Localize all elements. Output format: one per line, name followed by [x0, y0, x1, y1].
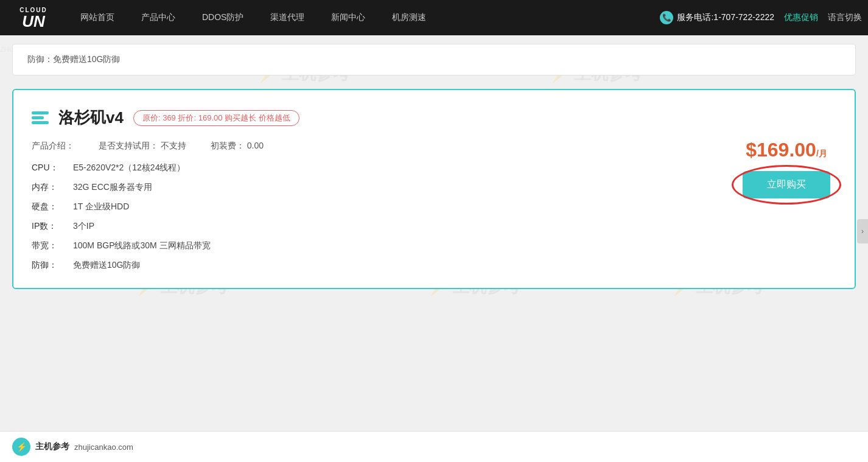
spec-def-value: 免费赠送10G防御 — [73, 260, 140, 271]
card-title: 洛杉矶v4 — [58, 107, 124, 128]
nav-reseller[interactable]: 渠道代理 — [257, 12, 318, 23]
intro-label: 产品介绍： — [32, 141, 74, 152]
price-display: $169.00/月 — [746, 139, 827, 161]
spec-ip-label: IP数： — [32, 221, 68, 232]
page-content: ⚡ 主机参考 ZHUJICANKAO.COM ⚡ 主机参考 ZHUJICANKA… — [0, 44, 868, 301]
phone-number: 服务电话:1-707-722-2222 — [677, 12, 774, 23]
nav-ddos[interactable]: DDOS防护 — [189, 12, 257, 23]
spec-cpu-value: E5-2620V2*2（12核24线程） — [73, 163, 185, 173]
icon-bar-2 — [32, 116, 44, 119]
nav-home[interactable]: 网站首页 — [67, 12, 128, 23]
icon-bar-1 — [32, 111, 49, 114]
card-top-defense: 防御：免费赠送10G防御 — [27, 54, 841, 65]
card-top: 防御：免费赠送10G防御 — [12, 44, 856, 75]
trial-value: 不支持 — [161, 141, 186, 150]
card-specs: CPU： E5-2620V2*2（12核24线程） 内存： 32G ECC服务器… — [32, 163, 836, 271]
price-value: $169.00 — [746, 139, 816, 161]
trial-section: 是否支持试用： 不支持 — [99, 141, 186, 152]
spec-cpu: CPU： E5-2620V2*2（12核24线程） — [32, 163, 836, 173]
scroll-right-indicator[interactable]: › — [857, 219, 868, 243]
spec-disk: 硬盘： 1T 企业级HDD — [32, 201, 836, 212]
spec-bandwidth: 带宽： 100M BGP线路或30M 三网精品带宽 — [32, 240, 836, 251]
card-main: 洛杉矶v4 原价: 369 折价: 169.00 购买越长 价格越低 产品介绍：… — [12, 89, 856, 289]
nav-lang[interactable]: 语言切换 — [828, 12, 862, 23]
setup-label: 初装费： — [211, 141, 245, 150]
spec-def-label: 防御： — [32, 260, 68, 271]
setup-value: 0.00 — [247, 141, 264, 150]
price-display-container: $169.00/月 — [746, 139, 827, 161]
nav-phone: 📞 服务电话:1-707-722-2222 — [660, 11, 774, 24]
card-header: 洛杉矶v4 原价: 369 折价: 169.00 购买越长 价格越低 — [32, 107, 836, 128]
price-badge: 原价: 369 折价: 169.00 购买越长 价格越低 — [133, 110, 299, 126]
nav-links: 网站首页 产品中心 DDOS防护 渠道代理 新闻中心 机房测速 — [67, 12, 660, 23]
spec-cpu-label: CPU： — [32, 163, 68, 173]
spec-bw-value: 100M BGP线路或30M 三网精品带宽 — [73, 240, 211, 251]
nav-speedtest[interactable]: 机房测速 — [379, 12, 439, 23]
phone-icon: 📞 — [660, 11, 673, 24]
spec-disk-label: 硬盘： — [32, 201, 68, 212]
icon-bar-3 — [32, 121, 49, 124]
price-unit: /月 — [816, 149, 827, 158]
spec-ram-label: 内存： — [32, 182, 68, 193]
navbar: CLOUD UN 网站首页 产品中心 DDOS防护 渠道代理 新闻中心 机房测速… — [0, 0, 868, 35]
card-action: $169.00/月 立即购买 — [743, 139, 830, 198]
nav-products[interactable]: 产品中心 — [128, 12, 189, 23]
logo[interactable]: CLOUD UN — [6, 2, 61, 33]
spec-defense: 防御： 免费赠送10G防御 — [32, 260, 836, 271]
spec-disk-value: 1T 企业级HDD — [73, 201, 129, 212]
nav-news[interactable]: 新闻中心 — [318, 12, 379, 23]
spec-bw-label: 带宽： — [32, 240, 68, 251]
card-intro-row: 产品介绍： 是否支持试用： 不支持 初装费： 0.00 — [32, 141, 836, 152]
nav-promo[interactable]: 优惠促销 — [784, 12, 818, 23]
spec-ip-value: 3个IP — [73, 221, 94, 232]
buy-button[interactable]: 立即购买 — [743, 171, 830, 198]
logo-un-text: UN — [22, 13, 45, 29]
spec-ram: 内存： 32G ECC服务器专用 — [32, 182, 836, 193]
trial-label: 是否支持试用： — [99, 141, 158, 150]
spec-ram-value: 32G ECC服务器专用 — [73, 182, 152, 193]
setup-section: 初装费： 0.00 — [211, 141, 264, 152]
spec-ip: IP数： 3个IP — [32, 221, 836, 232]
product-icon — [32, 111, 49, 124]
